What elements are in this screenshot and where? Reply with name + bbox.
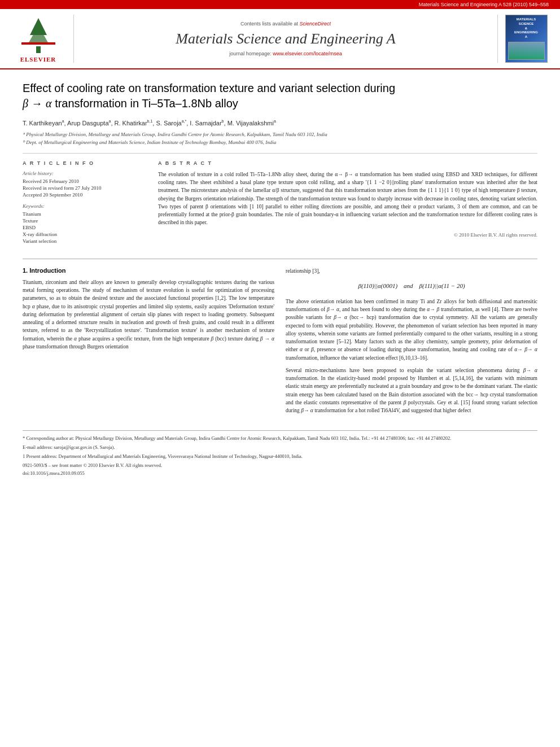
section-divider (23, 259, 537, 259)
svg-rect-0 (36, 46, 41, 53)
copyright-line: © 2010 Elsevier B.V. All rights reserved… (158, 231, 537, 239)
accepted-date: Accepted 20 September 2010 (23, 192, 147, 198)
journal-citation: Materials Science and Engineering A 528 … (419, 2, 549, 7)
keyword-ebsd: EBSD (23, 225, 147, 230)
keywords-label: Keywords: (23, 203, 147, 209)
journal-header: ELSEVIER Contents lists available at Sci… (0, 9, 560, 69)
elsevier-logo: ELSEVIER (11, 15, 73, 63)
issn-line: 0921-5093/$ – see front matter © 2010 El… (23, 462, 537, 468)
revised-date: Received in revised form 27 July 2010 (23, 185, 147, 191)
corresponding-author-note: * Corresponding author at: Physical Meta… (23, 435, 537, 442)
affiliation-a: ᵃ Physical Metallurgy Division, Metallur… (23, 131, 537, 138)
journal-title-block: Contents lists available at ScienceDirec… (73, 15, 498, 63)
article-title: Effect of cooling rate on transformation… (23, 81, 537, 111)
keyword-texture: Texture (23, 218, 147, 224)
main-content: Effect of cooling rate on transformation… (0, 69, 560, 487)
intro-continued: relationship [3], β(110)||α(0001) and β(… (286, 267, 537, 415)
body-content: 1. Introduction Titanium, zirconium and … (23, 267, 537, 420)
keyword-xrd: X-ray diffraction (23, 231, 147, 237)
elsevier-brand-text: ELSEVIER (20, 56, 56, 63)
article-info-column: A R T I C L E I N F O Article history: R… (23, 160, 147, 250)
journal-bar: Materials Science and Engineering A 528 … (0, 0, 560, 9)
affiliations: ᵃ Physical Metallurgy Division, Metallur… (23, 131, 537, 146)
info-abstract-section: A R T I C L E I N F O Article history: R… (23, 153, 537, 250)
abstract-column: A B S T R A C T The evolution of texture… (158, 160, 537, 250)
keyword-titanium: Titanium (23, 211, 147, 217)
burgers-formula: β(110)||α(0001) and β(111)||α(11 − 20) (286, 281, 537, 292)
article-history-block: Article history: Received 26 February 20… (23, 171, 147, 198)
footer-notes: * Corresponding author at: Physical Meta… (23, 430, 537, 476)
intro-paragraph-1: Titanium, zirconium and their alloys are… (23, 278, 274, 351)
contents-available-line: Contents lists available at ScienceDirec… (240, 21, 331, 27)
sciencedirect-link[interactable]: ScienceDirect (300, 21, 331, 27)
body-right-column: relationship [3], β(110)||α(0001) and β(… (286, 267, 537, 420)
received-date: Received 26 February 2010 (23, 178, 147, 184)
journal-homepage-line: journal homepage: www.elsevier.com/locat… (229, 51, 342, 56)
abstract-header: A B S T R A C T (158, 160, 537, 166)
authors-line: T. Karthikeyana, Arup Dasguptaa, R. Khat… (23, 119, 537, 126)
article-info-header: A R T I C L E I N F O (23, 160, 147, 166)
journal-name: Materials Science and Engineering A (176, 30, 395, 47)
affiliation-b: ᵇ Dept. of Metallurgical Engineering and… (23, 139, 537, 146)
body-left-column: 1. Introduction Titanium, zirconium and … (23, 267, 274, 420)
abstract-text: The evolution of texture in a cold rolle… (158, 171, 537, 239)
cover-thumbnail: MATERIALSSCIENCE&ENGINEERINGA (505, 15, 548, 63)
journal-cover: MATERIALSSCIENCE&ENGINEERINGA (498, 15, 549, 63)
page: Materials Science and Engineering A 528 … (0, 0, 560, 747)
doi-line: doi:10.1016/j.msea.2010.09.055 (23, 470, 537, 476)
elsevier-tree-icon (16, 15, 61, 55)
homepage-link[interactable]: www.elsevier.com/locate/msea (273, 51, 342, 56)
history-label: Article history: (23, 171, 147, 176)
cover-title-text: MATERIALSSCIENCE&ENGINEERINGA (514, 18, 538, 40)
svg-rect-3 (21, 42, 55, 45)
email-note: E-mail address: saroja@igcar.gov.in (S. … (23, 444, 537, 451)
introduction-heading: 1. Introduction (23, 267, 274, 274)
keyword-variant: Variant selection (23, 238, 147, 244)
keywords-block: Keywords: Titanium Texture EBSD X-ray di… (23, 203, 147, 244)
present-address-note: 1 Present address: Department of Metallu… (23, 453, 537, 460)
